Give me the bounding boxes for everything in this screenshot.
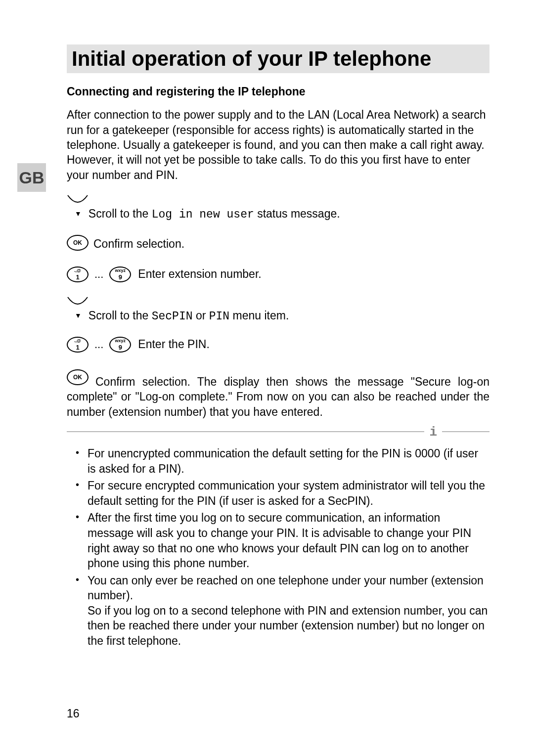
code-fragment: PIN — [209, 310, 229, 323]
text-fragment: Scroll to the — [89, 207, 152, 220]
step-enter-extension: .,@ 1 ... wxyz 9 Enter extension number. — [67, 267, 490, 282]
ok-label: OK — [73, 374, 82, 381]
key-9-icon: wxyz 9 — [109, 337, 131, 353]
text-fragment: menu item. — [229, 309, 289, 322]
code-fragment: Log in new user — [152, 208, 254, 221]
step-text: Confirm selection. The display then show… — [67, 374, 490, 419]
key-num-label: 1 — [76, 274, 79, 280]
scroll-curve-icon — [67, 296, 89, 308]
code-fragment: SecPIN — [152, 310, 193, 323]
ok-label: OK — [73, 239, 82, 246]
step-scroll-login: ▼ Scroll to the Log in new user status m… — [67, 194, 490, 221]
key-top-label: wxyz — [115, 339, 126, 343]
language-badge: GB — [17, 163, 46, 192]
key-top-label: .,@ — [74, 268, 81, 273]
step-text: Enter extension number. — [138, 267, 261, 281]
ellipsis: ... — [92, 267, 105, 282]
step-scroll-secpin: ▼ Scroll to the SecPIN or PIN menu item. — [67, 296, 490, 323]
info-item: You can only ever be reached on one tele… — [88, 573, 490, 649]
key-1-icon: .,@ 1 — [67, 267, 89, 282]
step-enter-pin: .,@ 1 ... wxyz 9 Enter the PIN. — [67, 337, 490, 353]
step-text: Confirm selection. — [93, 237, 184, 251]
content-area: Initial operation of your IP telephone C… — [67, 44, 490, 649]
manual-page: GB Initial operation of your IP telephon… — [0, 0, 534, 756]
info-item: After the first time you log on to secur… — [88, 510, 490, 571]
page-number: 16 — [67, 707, 80, 720]
key-1-icon: .,@ 1 — [67, 337, 89, 353]
step-text: Enter the PIN. — [138, 338, 209, 351]
ok-key-icon: OK — [67, 369, 89, 385]
subsection-heading: Connecting and registering the IP teleph… — [67, 85, 490, 98]
step-text: Scroll to the Log in new user status mes… — [89, 207, 340, 221]
info-list: For unencrypted communication the defaul… — [67, 446, 490, 649]
info-divider: i — [67, 431, 490, 432]
key-top-label: wxyz — [115, 268, 126, 273]
step-confirm-2: OK Confirm selection. The display then s… — [67, 369, 490, 419]
info-item: For unencrypted communication the defaul… — [88, 446, 490, 476]
info-icon: i — [424, 425, 442, 440]
key-top-label: .,@ — [74, 339, 81, 343]
text-fragment: Scroll to the — [89, 309, 152, 322]
text-fragment: or — [193, 309, 209, 322]
text-fragment: status message. — [254, 207, 340, 220]
section-title-bar: Initial operation of your IP telephone — [67, 44, 490, 73]
step-text: Scroll to the SecPIN or PIN menu item. — [89, 309, 289, 323]
ok-key-icon: OK — [67, 235, 89, 251]
arrow-down-icon: ▼ — [75, 210, 82, 218]
step-confirm-1: OK Confirm selection. — [67, 235, 490, 251]
key-9-icon: wxyz 9 — [109, 267, 131, 282]
intro-paragraph: After connection to the power supply and… — [67, 107, 490, 182]
ellipsis: ... — [92, 337, 105, 353]
info-item: For secure encrypted communication your … — [88, 478, 490, 508]
arrow-down-icon: ▼ — [75, 311, 82, 319]
steps-list: ▼ Scroll to the Log in new user status m… — [67, 194, 490, 419]
key-num-label: 9 — [119, 274, 122, 280]
key-num-label: 1 — [76, 344, 79, 351]
key-num-label: 9 — [119, 344, 122, 351]
section-title: Initial operation of your IP telephone — [72, 47, 485, 70]
scroll-curve-icon — [67, 194, 89, 206]
language-badge-label: GB — [19, 168, 44, 187]
